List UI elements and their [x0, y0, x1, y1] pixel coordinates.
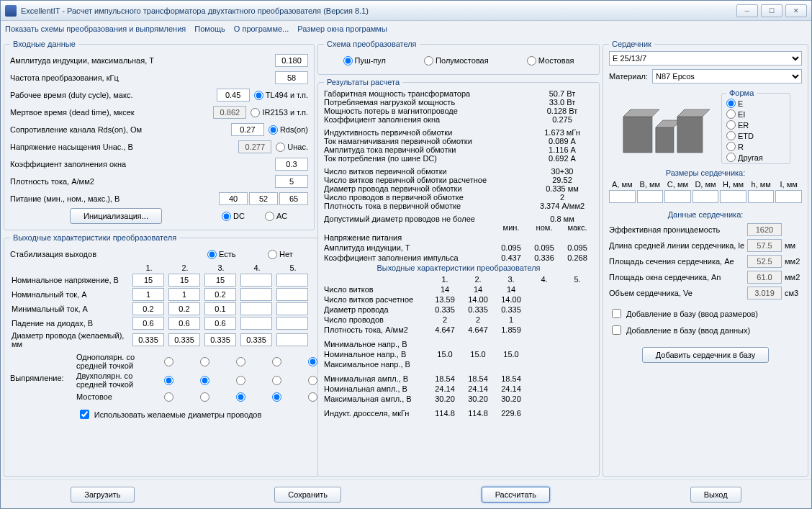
rect-1-1[interactable]: [200, 376, 209, 385]
unom-4[interactable]: [240, 274, 272, 287]
rect-2-2[interactable]: [236, 392, 245, 402]
rect-1-0[interactable]: [164, 376, 173, 385]
opt-ir2153[interactable]: IR2153 и т.п.: [251, 108, 308, 117]
rect-0-3[interactable]: [272, 357, 281, 366]
amp-input[interactable]: [275, 54, 308, 67]
dim-input-3[interactable]: [693, 190, 719, 203]
material-select[interactable]: N87 Epcos: [652, 69, 802, 84]
supply-min[interactable]: [219, 192, 248, 205]
coredata-name: Эффективная проницаемость: [609, 225, 747, 234]
rect-1-4[interactable]: [308, 376, 317, 385]
rect-0-2[interactable]: [236, 357, 245, 366]
shape-Другая[interactable]: Другая: [726, 153, 785, 162]
inom-4[interactable]: [240, 288, 272, 301]
scheme-bridge[interactable]: Мостовая: [527, 56, 574, 66]
dvdrop-3[interactable]: [204, 317, 236, 330]
imin-2[interactable]: [168, 302, 200, 315]
dvdrop-4[interactable]: [240, 317, 272, 330]
rect-0-1[interactable]: [200, 357, 209, 366]
out5-val: [528, 340, 560, 348]
out5-val: [528, 315, 560, 324]
rect-2-4[interactable]: [308, 392, 317, 402]
dc-radio[interactable]: DC: [222, 212, 265, 221]
dvdrop-5[interactable]: [276, 317, 308, 330]
ac-radio[interactable]: AC: [265, 212, 308, 221]
rect-1-2[interactable]: [236, 376, 245, 385]
rect-2-1[interactable]: [200, 392, 209, 402]
shape-E[interactable]: E: [726, 99, 785, 108]
load-button[interactable]: Загрузить: [71, 487, 134, 503]
inom-3[interactable]: [204, 288, 236, 301]
out5-val: 24.14: [429, 384, 461, 393]
kfill-input[interactable]: [275, 158, 308, 171]
dim-input-5[interactable]: [748, 190, 775, 203]
init-button[interactable]: Инициализация...: [70, 208, 162, 224]
bottom-bar: Загрузить Сохранить Рассчитать Выход: [1, 479, 811, 508]
imin-1[interactable]: [132, 302, 164, 315]
supply-max[interactable]: [279, 192, 308, 205]
dvdrop-1[interactable]: [132, 317, 164, 330]
dwire-4[interactable]: [240, 333, 272, 346]
out5-val: [561, 409, 593, 418]
rect-0-4[interactable]: [308, 357, 317, 366]
unom-1[interactable]: [132, 274, 164, 287]
close-button[interactable]: ✕: [785, 4, 807, 17]
dvdrop-2[interactable]: [168, 317, 200, 330]
out5-val: 114.8: [429, 409, 461, 418]
stab-yes[interactable]: Есть: [207, 250, 268, 259]
imin-5[interactable]: [276, 302, 308, 315]
menu-schemes[interactable]: Показать схемы преобразования и выпрямле…: [5, 24, 186, 33]
supply-nom[interactable]: [249, 192, 278, 205]
shape-EI[interactable]: EI: [726, 109, 785, 119]
rect-1-3[interactable]: [272, 376, 281, 385]
use-wire-chk[interactable]: [80, 410, 89, 419]
dim-input-2[interactable]: [664, 190, 691, 203]
opt-rds[interactable]: Rds(on): [269, 125, 308, 135]
scheme-halfbridge[interactable]: Полумостовая: [424, 56, 489, 66]
unom-3[interactable]: [204, 274, 236, 287]
dim-hdr: I, мм: [775, 180, 802, 189]
maximize-button[interactable]: ☐: [761, 4, 782, 17]
dwire-5[interactable]: [276, 333, 308, 346]
calc-button[interactable]: Рассчитать: [482, 487, 550, 503]
dim-input-0[interactable]: [609, 190, 636, 203]
core-select[interactable]: E 25/13/7: [609, 51, 802, 66]
shape-ETD[interactable]: ETD: [726, 131, 785, 140]
rect-2-0[interactable]: [164, 392, 173, 402]
shape-ER[interactable]: ER: [726, 120, 785, 130]
rect-0-0[interactable]: [164, 357, 173, 366]
imin-3[interactable]: [204, 302, 236, 315]
inom-2[interactable]: [168, 288, 200, 301]
dim-input-6[interactable]: [775, 190, 802, 203]
opt-tl494[interactable]: TL494 и т.п.: [254, 91, 308, 100]
save-button[interactable]: Сохранить: [274, 487, 341, 503]
scheme-pushpull[interactable]: Пуш-пул: [343, 56, 387, 66]
add-db-data-chk[interactable]: [612, 325, 621, 335]
dim-input-4[interactable]: [720, 190, 746, 203]
rect-opt-2: Мостовое: [75, 392, 148, 401]
freq-input[interactable]: [275, 71, 308, 84]
rds-input[interactable]: [231, 123, 264, 136]
dim-input-1[interactable]: [637, 190, 664, 203]
opt-usat[interactable]: Uнас.: [276, 143, 308, 152]
unom-5[interactable]: [276, 274, 308, 287]
shape-R[interactable]: R: [726, 142, 785, 151]
imin-4[interactable]: [240, 302, 272, 315]
jcur-input[interactable]: [275, 175, 308, 188]
minimize-button[interactable]: ─: [736, 4, 758, 17]
exit-button[interactable]: Выход: [690, 487, 741, 503]
out5-hdr: 2.: [462, 275, 494, 284]
dwire-1[interactable]: [132, 333, 164, 346]
dwire-3[interactable]: [204, 333, 236, 346]
inom-1[interactable]: [132, 288, 164, 301]
dwire-2[interactable]: [168, 333, 200, 346]
duty-input[interactable]: [217, 89, 250, 102]
rect-2-3[interactable]: [272, 392, 281, 402]
menu-windowsize[interactable]: Размер окна программы: [297, 24, 387, 33]
add-db-dims-chk[interactable]: [612, 309, 621, 318]
unom-2[interactable]: [168, 274, 200, 287]
menu-about[interactable]: О программе...: [234, 24, 289, 33]
menu-help[interactable]: Помощь: [194, 24, 225, 33]
inom-5[interactable]: [276, 288, 308, 301]
add-core-button[interactable]: Добавить сердечник в базу: [642, 347, 770, 363]
